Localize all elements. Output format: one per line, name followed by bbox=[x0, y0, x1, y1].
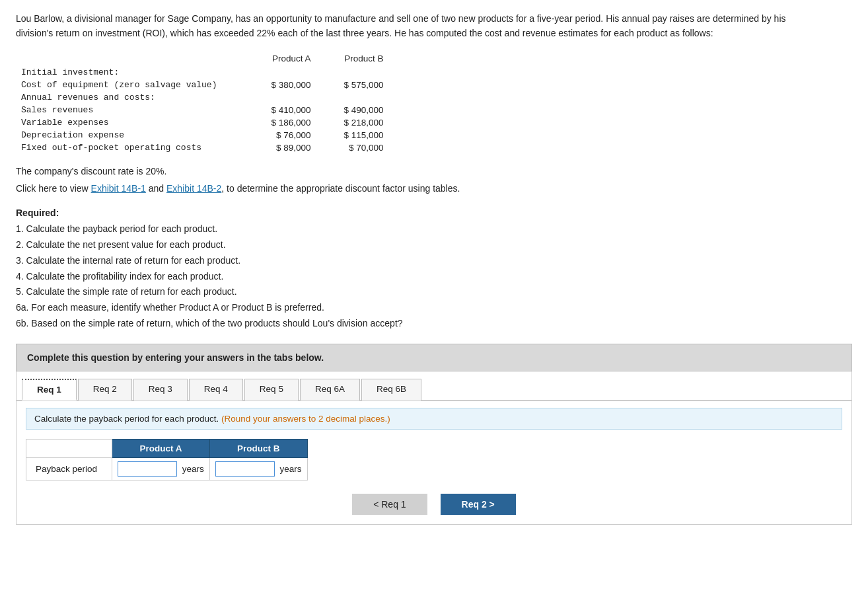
row-label-cell: Sales revenues bbox=[16, 104, 243, 116]
row-label-cell: Variable expenses bbox=[16, 116, 243, 129]
intro-paragraph: Lou Barlow, a divisional manager for Sag… bbox=[16, 12, 809, 40]
tab-instruction-main: Calculate the payback period for each pr… bbox=[34, 414, 221, 424]
table-row: Variable expenses$ 186,000$ 218,000 bbox=[16, 116, 388, 129]
tab-instruction-orange: (Round your answers to 2 decimal places.… bbox=[221, 414, 390, 424]
row-value-b bbox=[316, 66, 388, 79]
row-value-a bbox=[243, 91, 316, 104]
exhibit-14b2-link[interactable]: Exhibit 14B-2 bbox=[166, 183, 221, 194]
row-value-b: $ 218,000 bbox=[316, 116, 388, 129]
row-label-cell: Fixed out-of-pocket operating costs bbox=[16, 141, 243, 154]
nav-buttons: < Req 1 Req 2 > bbox=[26, 494, 842, 515]
unit-label-a: years bbox=[180, 464, 204, 474]
tab-req2[interactable]: Req 2 bbox=[78, 379, 132, 401]
table-row: Cost of equipment (zero salvage value)$ … bbox=[16, 79, 388, 91]
row-label-cell: Initial investment: bbox=[16, 66, 243, 79]
row-value-b: $ 490,000 bbox=[316, 104, 388, 116]
row-value-b: $ 70,000 bbox=[316, 141, 388, 154]
required-item: 5. Calculate the simple rate of return f… bbox=[16, 284, 852, 300]
col-header-product-b: Product B bbox=[316, 52, 388, 66]
cost-revenue-table: Product A Product B Initial investment: … bbox=[16, 52, 388, 154]
required-item: 4. Calculate the profitability index for… bbox=[16, 269, 852, 285]
required-item: 6a. For each measure, identify whether P… bbox=[16, 300, 852, 316]
payback-period-input-b[interactable] bbox=[215, 461, 275, 477]
required-item: 6b. Based on the simple rate of return, … bbox=[16, 316, 852, 332]
table-row: Sales revenues$ 410,000$ 490,000 bbox=[16, 104, 388, 116]
tab-req6b[interactable]: Req 6B bbox=[361, 379, 421, 401]
tab-instruction-bar: Calculate the payback period for each pr… bbox=[26, 408, 842, 430]
col-header-product-a: Product A bbox=[243, 52, 316, 66]
table-row: Payback period years years bbox=[26, 457, 308, 480]
next-button[interactable]: Req 2 > bbox=[441, 494, 516, 515]
input-cell-b: years bbox=[209, 457, 307, 480]
answer-col-empty bbox=[26, 439, 112, 457]
table-row: Initial investment: bbox=[16, 66, 388, 79]
table-row: Annual revenues and costs: bbox=[16, 91, 388, 104]
exhibit-14b1-link[interactable]: Exhibit 14B-1 bbox=[91, 183, 146, 194]
tab-req5[interactable]: Req 5 bbox=[244, 379, 299, 401]
payback-period-label: Payback period bbox=[26, 457, 112, 480]
row-value-a: $ 76,000 bbox=[243, 129, 316, 141]
unit-label-b: years bbox=[277, 464, 302, 474]
required-title: Required: bbox=[16, 208, 59, 218]
payback-period-input-a[interactable] bbox=[118, 461, 177, 477]
tabs-row: Req 1Req 2Req 3Req 4Req 5Req 6AReq 6B bbox=[17, 371, 851, 401]
discount-rate-text: The company's discount rate is 20%. bbox=[16, 166, 852, 176]
tab-req1[interactable]: Req 1 bbox=[22, 379, 77, 401]
tab-req6a[interactable]: Req 6A bbox=[300, 379, 360, 401]
row-value-a bbox=[243, 66, 316, 79]
row-label-cell: Annual revenues and costs: bbox=[16, 91, 243, 104]
required-item: 1. Calculate the payback period for each… bbox=[16, 221, 852, 237]
table-row: Fixed out-of-pocket operating costs$ 89,… bbox=[16, 141, 388, 154]
tab-content-area: Calculate the payback period for each pr… bbox=[17, 401, 851, 524]
row-value-b bbox=[316, 91, 388, 104]
required-item: 2. Calculate the net present value for e… bbox=[16, 237, 852, 253]
complete-instruction-box: Complete this question by entering your … bbox=[16, 344, 852, 371]
row-label-cell: Depreciation expense bbox=[16, 129, 243, 141]
answer-col-product-a: Product A bbox=[112, 439, 210, 457]
exhibit-reference-text: Click here to view Exhibit 14B-1 and Exh… bbox=[16, 183, 852, 194]
row-value-a: $ 89,000 bbox=[243, 141, 316, 154]
tab-req3[interactable]: Req 3 bbox=[133, 379, 188, 401]
tabs-container: Req 1Req 2Req 3Req 4Req 5Req 6AReq 6B Ca… bbox=[16, 371, 852, 525]
tab-req4[interactable]: Req 4 bbox=[189, 379, 243, 401]
input-cell-a: years bbox=[112, 457, 210, 480]
answer-table: Product A Product B Payback period years… bbox=[26, 439, 308, 481]
row-value-b: $ 575,000 bbox=[316, 79, 388, 91]
row-label-cell: Cost of equipment (zero salvage value) bbox=[16, 79, 243, 91]
required-section: Required: 1. Calculate the payback perio… bbox=[16, 206, 852, 331]
row-value-a: $ 410,000 bbox=[243, 104, 316, 116]
required-item: 3. Calculate the internal rate of return… bbox=[16, 253, 852, 269]
row-value-a: $ 380,000 bbox=[243, 79, 316, 91]
table-row: Depreciation expense$ 76,000$ 115,000 bbox=[16, 129, 388, 141]
row-value-a: $ 186,000 bbox=[243, 116, 316, 129]
prev-button[interactable]: < Req 1 bbox=[352, 494, 427, 515]
row-value-b: $ 115,000 bbox=[316, 129, 388, 141]
answer-col-product-b: Product B bbox=[209, 439, 307, 457]
